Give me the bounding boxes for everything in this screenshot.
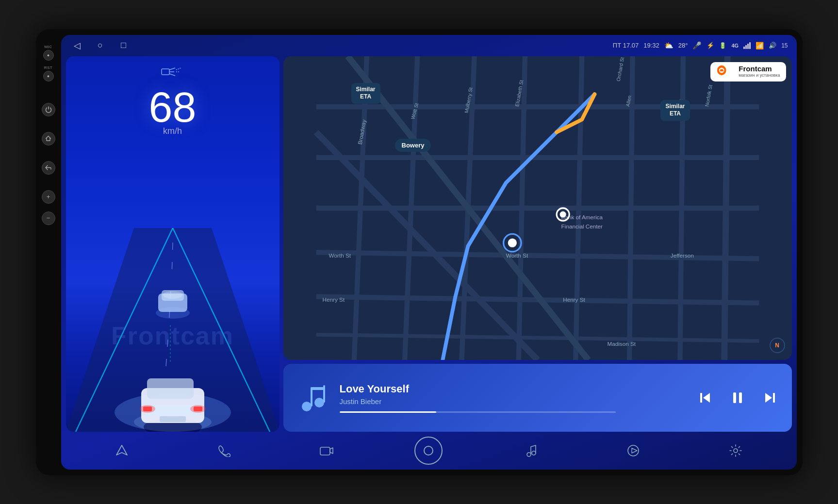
svg-marker-79 (765, 393, 772, 403)
svg-rect-76 (700, 393, 702, 403)
screen: ◁ ○ □ ПТ 17.07 19:32 ⛅ 28° 🎤 ⚡ 🔋 4G (61, 35, 797, 470)
temperature: 28° (678, 42, 688, 49)
mic-label: MIC (44, 45, 52, 49)
svg-point-86 (532, 451, 536, 455)
frontcam-logo: Frontcam магазин и установка (710, 62, 786, 81)
svg-text:Madison St: Madison St (607, 341, 636, 347)
eta1-line2: ETA (360, 93, 371, 100)
frontcam-text: Frontcam магазин и установка (739, 65, 780, 78)
frontcam-subtitle: магазин и установка (739, 73, 780, 78)
nav-item-navigation[interactable] (108, 437, 136, 465)
rst-label: RST (44, 65, 53, 70)
bottom-nav (61, 432, 797, 470)
back-nav-button[interactable]: ◁ (70, 38, 84, 53)
music-info: Love Yourself Justin Bieber (340, 383, 685, 413)
nav-item-home[interactable] (414, 437, 443, 465)
device-frame: MIC ● RST ● + − (36, 29, 803, 475)
svg-point-26 (190, 405, 206, 413)
eta-badge-2: Similar ETA (660, 100, 690, 121)
wifi-icon: 📶 (756, 42, 764, 49)
svg-point-25 (140, 405, 155, 413)
svg-point-71 (314, 398, 324, 407)
bowery-label: Bowery (402, 142, 425, 149)
eta1-line1: Similar (356, 86, 376, 93)
home-side-button[interactable] (42, 132, 55, 146)
svg-rect-22 (160, 416, 186, 422)
svg-text:Jefferson: Jefferson (670, 252, 693, 258)
eta2-line1: Similar (665, 103, 685, 110)
svg-point-63 (508, 238, 516, 247)
eta2-line2: ETA (670, 110, 681, 117)
svg-line-3 (169, 74, 175, 76)
signal-bar-3 (747, 44, 749, 49)
song-title: Love Yourself (340, 383, 685, 395)
svg-point-68 (723, 71, 723, 72)
music-note-icon (297, 382, 328, 413)
adas-speed-panel: 68 km/h (66, 56, 279, 432)
svg-rect-74 (311, 387, 325, 390)
svg-marker-75 (703, 393, 710, 403)
music-icon-wrapper (295, 380, 330, 415)
song-artist: Justin Bieber (340, 397, 685, 406)
map-panel[interactable]: Broadway Wott St Mulberry St Elizabeth S… (283, 56, 792, 360)
nav-item-camera[interactable] (312, 437, 341, 465)
svg-point-67 (721, 71, 722, 72)
music-controls (695, 387, 780, 408)
svg-text:Henry St: Henry St (563, 296, 585, 303)
bowery-badge: Bowery (395, 139, 431, 152)
signal-bars (743, 42, 751, 49)
volume-up-button[interactable]: + (42, 190, 55, 204)
progress-bar (340, 411, 616, 413)
adas-headlights-icon (161, 65, 185, 81)
svg-marker-88 (632, 448, 637, 453)
signal-bar-4 (749, 42, 751, 49)
svg-point-89 (734, 449, 738, 453)
svg-text:Worth St: Worth St (329, 252, 351, 258)
nav-item-phone[interactable] (210, 437, 238, 465)
volume-down-button[interactable]: − (42, 211, 55, 225)
recent-nav-button[interactable]: □ (116, 38, 131, 53)
nav-item-video[interactable] (619, 437, 647, 465)
weather-icon: ⛅ (664, 41, 674, 50)
next-button[interactable] (759, 387, 780, 408)
compass-rose: N (770, 338, 785, 353)
music-player-panel: Love Yourself Justin Bieber (283, 364, 792, 432)
rst-button[interactable]: ● (43, 71, 54, 81)
microphone-icon: 🎤 (692, 41, 702, 50)
signal-bar-1 (743, 47, 745, 49)
speed-display: 68 km/h (149, 86, 197, 136)
svg-rect-20 (147, 378, 194, 399)
svg-marker-83 (330, 448, 333, 454)
svg-point-85 (527, 453, 531, 456)
back-side-button[interactable] (42, 161, 55, 175)
status-date: ПТ 17.07 (613, 42, 639, 49)
prev-button[interactable] (695, 387, 716, 408)
status-indicators: ПТ 17.07 19:32 ⛅ 28° 🎤 ⚡ 🔋 4G (613, 41, 788, 50)
main-content: 68 km/h (61, 56, 797, 432)
svg-rect-77 (733, 392, 736, 403)
signal-label: 4G (731, 43, 739, 49)
svg-point-61 (559, 211, 566, 217)
watermark: Frontcam (111, 321, 234, 350)
status-time: 19:32 (643, 42, 659, 49)
bluetooth-icon: ⚡ (707, 42, 714, 49)
svg-text:Henry St: Henry St (322, 296, 345, 303)
progress-fill (340, 411, 436, 413)
right-panel: Broadway Wott St Mulberry St Elizabeth S… (283, 56, 792, 432)
eta-badge-1: Similar ETA (351, 83, 380, 104)
svg-text:Financial Center: Financial Center (561, 223, 602, 229)
speed-value: 68 (149, 86, 197, 129)
svg-text:Worth St: Worth St (506, 252, 528, 258)
pause-button[interactable] (727, 387, 748, 408)
status-bar: ◁ ○ □ ПТ 17.07 19:32 ⛅ 28° 🎤 ⚡ 🔋 4G (61, 35, 797, 56)
mic-button[interactable]: ● (43, 50, 54, 61)
power-button[interactable] (42, 103, 55, 116)
battery-icon: 🔋 (719, 42, 726, 49)
nav-item-music[interactable] (517, 437, 545, 465)
nav-item-settings[interactable] (722, 437, 750, 465)
svg-rect-80 (773, 393, 775, 403)
compass-label: N (775, 342, 779, 349)
home-nav-button[interactable]: ○ (93, 38, 108, 53)
adas-road-visual: Frontcam (66, 228, 279, 432)
frontcam-brand-icon (716, 65, 735, 79)
